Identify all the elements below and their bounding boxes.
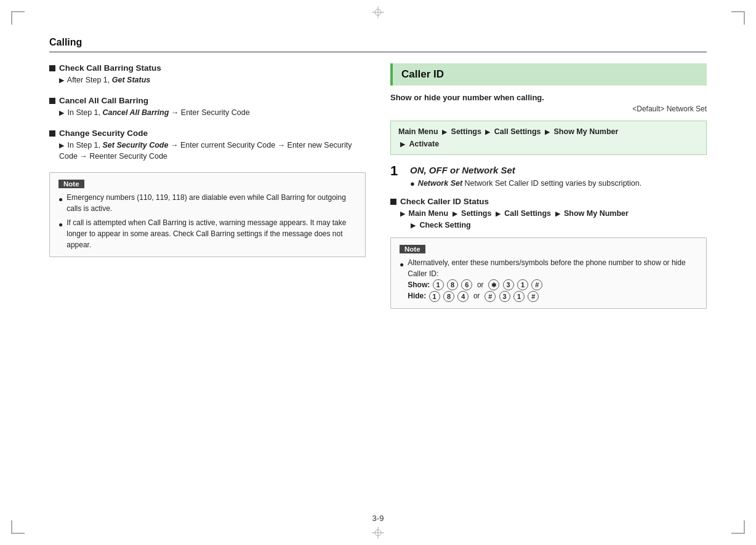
key-6: 6 bbox=[461, 279, 472, 290]
key-star: ✱ bbox=[488, 279, 499, 290]
nav-arrow-3: ▶ bbox=[545, 128, 550, 135]
key-1c: 1 bbox=[513, 291, 525, 302]
step-1-sub: Network Set Network Set Caller ID settin… bbox=[418, 178, 641, 189]
nav-box-activate: Main Menu ▶ Settings ▶ Call Settings ▶ S… bbox=[390, 121, 707, 155]
check-caller-id-nav: ▶ Main Menu ▶ Settings ▶ Call Settings ▶… bbox=[400, 208, 707, 231]
nav-arrow-4: ▶ bbox=[400, 140, 405, 148]
arrow-icon: ▶ bbox=[59, 108, 64, 118]
page: Calling Check Call Barring Status ▶ Afte… bbox=[0, 0, 756, 545]
key-8a: 8 bbox=[447, 279, 458, 290]
section-check-barring-title: Check Call Barring Status bbox=[49, 63, 366, 73]
section-cancel-barring-title: Cancel All Call Barring bbox=[49, 96, 366, 105]
nav-item-settings: Settings bbox=[451, 127, 481, 136]
section-change-security-desc: ▶ In Step 1, Set Security Code → Enter c… bbox=[59, 140, 366, 163]
crosshair-bottom bbox=[372, 527, 384, 539]
arrow-icon: ▶ bbox=[59, 140, 64, 151]
hide-label: Hide: bbox=[408, 292, 426, 300]
key-1: 1 bbox=[433, 279, 444, 290]
step-1-sub-bullet: ● Network Set Network Set Caller ID sett… bbox=[410, 178, 641, 190]
page-header: Calling bbox=[49, 37, 707, 52]
nav-item-call-settings: Call Settings bbox=[494, 127, 541, 136]
key-8b: 8 bbox=[443, 291, 454, 302]
nav-settings: Settings bbox=[461, 209, 491, 218]
key-1a: 1 bbox=[517, 279, 528, 290]
default-note: <Default> Network Set bbox=[390, 105, 707, 113]
note-bullet-2: ● bbox=[58, 219, 63, 230]
nav-item-main-menu: Main Menu bbox=[398, 127, 438, 136]
nav-arrow-c: ▶ bbox=[555, 210, 560, 217]
note-item-1: ● Emergency numbers (110, 119, 118) are … bbox=[58, 192, 356, 214]
note-bullet-1: ● bbox=[58, 194, 63, 205]
step-1-row: 1 ON, OFF or Network Set ● Network Set N… bbox=[390, 164, 707, 189]
bullet-icon bbox=[390, 199, 396, 205]
note-box-left: Note ● Emergency numbers (110, 119, 118)… bbox=[49, 172, 366, 257]
right-column: Caller ID Show or hide your number when … bbox=[390, 63, 707, 309]
key-hash-a: # bbox=[531, 279, 542, 290]
note-label-left: Note bbox=[58, 180, 84, 188]
key-hash-b: # bbox=[485, 291, 496, 302]
nav-main-menu: Main Menu bbox=[408, 209, 448, 218]
note-item-right-1: ● Alternatively, enter these numbers/sym… bbox=[400, 257, 698, 303]
note-box-right: Note ● Alternatively, enter these number… bbox=[390, 237, 707, 309]
note-bullet-right: ● bbox=[400, 259, 404, 270]
key-3a: 3 bbox=[503, 279, 514, 290]
nav-arrow-a: ▶ bbox=[452, 210, 457, 217]
arrow-icon: ▶ bbox=[59, 75, 64, 86]
key-4: 4 bbox=[457, 291, 468, 302]
nav-call-settings: Call Settings bbox=[504, 209, 551, 218]
key-1b: 1 bbox=[429, 291, 440, 302]
section-change-security-title: Change Security Code bbox=[49, 129, 366, 138]
check-caller-id-title: Check Caller ID Status bbox=[390, 197, 707, 206]
note-label-right: Note bbox=[400, 245, 425, 253]
nav-show-my-number: Show My Number bbox=[564, 209, 629, 218]
key-hash-c: # bbox=[528, 291, 539, 302]
key-3b: 3 bbox=[499, 291, 510, 302]
bullet-icon bbox=[49, 65, 55, 71]
corner-mark-bl bbox=[11, 520, 25, 534]
corner-mark-tr bbox=[731, 11, 745, 25]
note-item-2: ● If call is attempted when Call Barring… bbox=[58, 217, 356, 250]
page-number: 3-9 bbox=[372, 514, 384, 523]
step-1-main: ON, OFF or Network Set bbox=[410, 164, 641, 178]
corner-mark-tl bbox=[11, 11, 25, 25]
nav-check-setting: Check Setting bbox=[419, 221, 470, 229]
check-caller-id-status: Check Caller ID Status ▶ Main Menu ▶ Set… bbox=[390, 197, 707, 231]
note-text-right: Alternatively, enter these numbers/symbo… bbox=[408, 257, 698, 303]
bullet-icon bbox=[49, 98, 55, 104]
section-cancel-barring: Cancel All Call Barring ▶ In Step 1, Can… bbox=[49, 96, 366, 119]
section-check-barring: Check Call Barring Status ▶ After Step 1… bbox=[49, 63, 366, 86]
left-column: Check Call Barring Status ▶ After Step 1… bbox=[49, 63, 366, 309]
section-change-security: Change Security Code ▶ In Step 1, Set Se… bbox=[49, 129, 366, 163]
caller-id-subtitle: Show or hide your number when calling. bbox=[390, 93, 707, 102]
section-cancel-barring-desc: ▶ In Step 1, Cancel All Barring → Enter … bbox=[59, 107, 366, 119]
bullet-icon bbox=[49, 130, 55, 137]
step-1-num: 1 bbox=[390, 164, 404, 178]
caller-id-header: Caller ID bbox=[390, 63, 707, 86]
step-1-content: ON, OFF or Network Set ● Network Set Net… bbox=[410, 164, 641, 189]
crosshair-top bbox=[372, 6, 384, 18]
nav-arrow-2: ▶ bbox=[485, 128, 490, 135]
section-check-barring-desc: ▶ After Step 1, Get Status bbox=[59, 74, 366, 86]
page-title: Calling bbox=[49, 37, 82, 47]
nav-item-show-my-number: Show My Number bbox=[554, 127, 619, 136]
show-label: Show: bbox=[408, 280, 430, 289]
step-1-sub-dot: ● bbox=[410, 178, 415, 190]
nav-arrow-b: ▶ bbox=[496, 210, 501, 217]
arrow-icon: ▶ bbox=[400, 209, 405, 219]
nav-arrow-d: ▶ bbox=[411, 221, 416, 229]
nav-item-activate: Activate bbox=[409, 140, 439, 148]
columns: Check Call Barring Status ▶ After Step 1… bbox=[49, 63, 707, 309]
corner-mark-br bbox=[731, 520, 745, 534]
nav-arrow-1: ▶ bbox=[442, 128, 447, 135]
